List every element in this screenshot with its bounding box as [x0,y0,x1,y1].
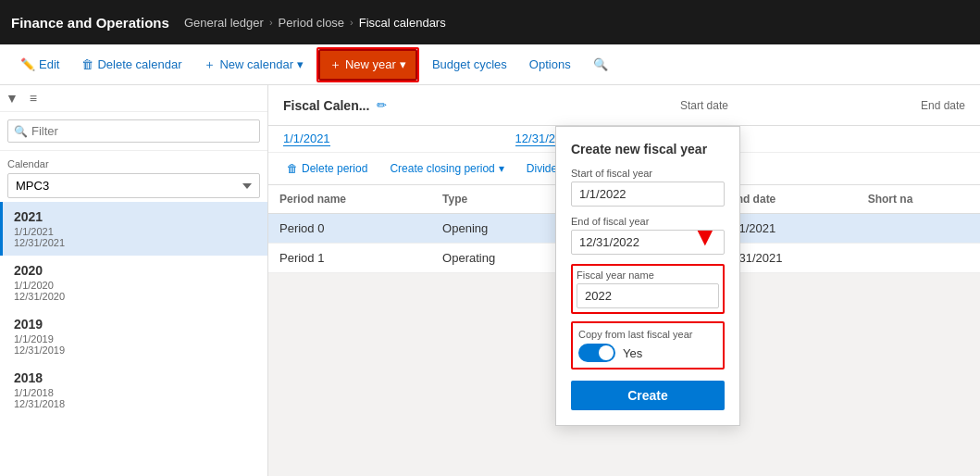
year-number: 2019 [14,317,256,332]
sidebar: ▼ ≡ 🔍 Calendar MPC3 2021 1/1/2021 12/31/… [0,85,268,476]
filter-input[interactable] [31,124,254,138]
chevron-down-icon-closing: ▾ [499,162,504,175]
plus-icon-year: ＋ [329,56,341,73]
app-title: Finance and Operations [11,15,169,31]
chevron-down-icon: ▾ [297,57,304,71]
create-closing-period-button[interactable]: Create closing period ▾ [382,158,511,179]
year-list: 2021 1/1/2021 12/31/2021 2020 1/1/2020 1… [0,202,267,476]
year-dates: 1/1/2018 12/31/2018 [14,387,256,409]
start-of-fiscal-year-group: Start of fiscal year [571,168,725,207]
end-date-label: End date [921,99,965,112]
new-year-highlight: ＋ New year ▾ [316,47,419,82]
year-item-2019[interactable]: 2019 1/1/2019 12/31/2019 [0,309,267,363]
cell-type: Operating [431,244,569,273]
cell-period-name: Period 1 [268,244,431,273]
content-edit-icon[interactable]: ✏ [377,98,387,112]
filter-section: 🔍 [0,112,267,151]
dialog-title: Create new fiscal year [571,142,725,157]
delete-period-button[interactable]: 🗑 Delete period [279,158,375,179]
calendar-label: Calendar [7,158,260,169]
content-header: Fiscal Calen... ✏ Start date End date [268,85,980,126]
cell-short-name [857,214,980,244]
end-date-input[interactable] [571,230,725,255]
cell-short-name [857,244,980,273]
year-item-2021[interactable]: 2021 1/1/2021 12/31/2021 [0,202,267,256]
new-calendar-button[interactable]: ＋ New calendar ▾ [194,51,313,79]
copy-label: Copy from last fiscal year [578,329,717,340]
content-title: Fiscal Calen... [283,98,369,113]
top-nav-bar: Finance and Operations General ledger › … [0,0,980,44]
search-icon: 🔍 [593,57,608,71]
year-item-2018[interactable]: 2018 1/1/2018 12/31/2018 [0,363,267,417]
end-label: End of fiscal year [571,216,725,227]
year-dates: 1/1/2021 12/31/2021 [14,226,256,248]
end-of-fiscal-year-group: End of fiscal year [571,216,725,255]
col-short-name: Short na [857,185,980,214]
year-item-2020[interactable]: 2020 1/1/2020 12/31/2020 [0,256,267,309]
content-area: Fiscal Calen... ✏ Start date End date 1/… [268,85,980,476]
fiscal-year-name-highlight: Fiscal year name [571,264,725,314]
year-dates: 1/1/2020 12/31/2020 [14,280,256,302]
toggle-row: Yes [578,344,717,362]
filter-icon: ▼ [6,91,19,106]
copy-value: Yes [623,346,642,360]
options-button[interactable]: Options [520,52,580,77]
breadcrumb-sep-1: › [269,17,273,28]
start-date-input[interactable] [571,182,725,207]
chevron-down-icon-year: ▾ [400,57,406,71]
year-dates: 1/1/2019 12/31/2019 [14,333,256,356]
copy-toggle[interactable] [578,344,615,362]
edit-button[interactable]: ✏️ Edit [11,52,68,77]
main-layout: ▼ ≡ 🔍 Calendar MPC3 2021 1/1/2021 12/31/… [0,85,980,476]
calendar-select[interactable]: MPC3 [7,173,260,198]
filter-input-wrap: 🔍 [7,119,260,143]
budget-cycles-button[interactable]: Budget cycles [423,52,516,77]
breadcrumb-fiscal-calendars[interactable]: Fiscal calendars [359,16,446,30]
edit-icon: ✏️ [20,57,35,71]
cell-type: Opening [431,214,569,244]
start-date-label: Start date [680,99,728,112]
breadcrumb-general-ledger[interactable]: General ledger [184,16,264,30]
breadcrumb: General ledger › Period close › Fiscal c… [184,16,446,30]
calendar-section: Calendar MPC3 [0,151,267,202]
start-label: Start of fiscal year [571,168,725,179]
create-button[interactable]: Create [571,381,725,410]
year-number: 2018 [14,370,256,385]
cell-period-name: Period 0 [268,214,431,244]
filter-search-icon: 🔍 [14,125,28,138]
fiscal-year-name-input[interactable] [577,283,719,308]
col-period-name: Period name [268,185,431,214]
col-type: Type [431,185,569,214]
plus-icon-calendar: ＋ [204,56,216,73]
year-start-date: 1/1/2021 [283,132,330,146]
year-number: 2020 [14,263,256,278]
create-fiscal-year-dialog: Create new fiscal year Start of fiscal y… [555,126,740,426]
copy-from-last-year-highlight: Copy from last fiscal year Yes [571,321,725,370]
fiscal-name-label: Fiscal year name [577,269,719,281]
lines-icon: ≡ [30,91,37,106]
year-number: 2021 [14,209,256,224]
delete-calendar-button[interactable]: 🗑 Delete calendar [72,52,191,77]
breadcrumb-period-close[interactable]: Period close [279,16,345,30]
search-button[interactable]: 🔍 [584,52,617,77]
new-year-button[interactable]: ＋ New year ▾ [318,49,417,81]
action-toolbar: ✏️ Edit 🗑 Delete calendar ＋ New calendar… [0,44,980,85]
delete-period-icon: 🗑 [287,162,298,175]
delete-icon: 🗑 [81,57,93,71]
breadcrumb-sep-2: › [350,17,354,28]
